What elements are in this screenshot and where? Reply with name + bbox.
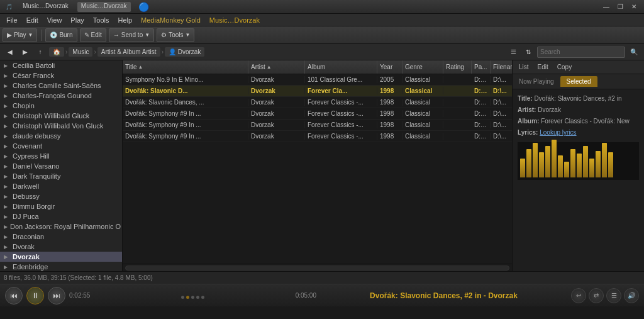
col-artist-header[interactable]: Artist ▲ — [248, 60, 305, 74]
repeat-btn[interactable]: ↩ — [571, 288, 586, 303]
menu-file[interactable]: File — [3, 16, 21, 25]
sidebar-item[interactable]: ▶Don Jackson: Royal Philharmonic O — [0, 221, 122, 232]
sidebar-item[interactable]: ▶Debussy — [0, 191, 122, 201]
col-title-header[interactable]: Title ▲ — [123, 60, 248, 74]
sendto-button[interactable]: → Send to ▼ — [109, 28, 154, 42]
play-dropdown-icon[interactable]: ▼ — [28, 32, 33, 38]
crumb-home[interactable]: 🏠 — [49, 47, 64, 57]
maximize-btn[interactable]: ❐ — [614, 2, 626, 12]
sendto-dropdown-icon: ▼ — [145, 32, 150, 38]
tools-button[interactable]: ⚙ Tools ▼ — [157, 28, 194, 42]
rp-copy-btn[interactable]: Copy — [553, 63, 575, 71]
sidebar-item[interactable]: ▶Cecilia Bartoli — [0, 60, 122, 70]
col-pa-header[interactable]: Pa... — [472, 60, 491, 74]
sidebar-item[interactable]: ▶Edenbridge — [0, 262, 122, 271]
sidebar-item[interactable]: ▶Cypress Hill — [0, 151, 122, 161]
track-cell: Classical — [402, 99, 443, 106]
sidebar-item[interactable]: ▶Chopin — [0, 101, 122, 111]
sidebar-item[interactable]: ▶Dark Tranquility — [0, 171, 122, 181]
prev-button[interactable]: ⏮ — [5, 287, 23, 305]
col-genre-header[interactable]: Genre — [402, 60, 443, 74]
tab-music[interactable]: Music…Dvorzak — [19, 2, 72, 12]
col-filename-header[interactable]: Filename — [491, 60, 512, 74]
playlist-btn[interactable]: ☰ — [606, 288, 621, 303]
up-btn[interactable]: ↑ — [34, 47, 47, 58]
new-tab-btn[interactable]: 🔵 — [138, 2, 149, 12]
viz-bar — [596, 151, 601, 177]
track-cell: D:\... — [491, 133, 512, 140]
view-btn[interactable]: ☰ — [507, 47, 519, 58]
expand-icon: ▶ — [4, 63, 10, 69]
sidebar-item[interactable]: ▶César Franck — [0, 70, 122, 81]
track-cell: Forever Classics -... — [305, 99, 377, 106]
expand-icon: ▶ — [4, 83, 10, 89]
sidebar-item[interactable]: ▶Dvorak — [0, 242, 122, 252]
sidebar-item[interactable]: ▶Christoph Willibald Gluck — [0, 111, 122, 121]
sidebar-item[interactable]: ▶Dimmu Borgir — [0, 201, 122, 211]
sort-btn[interactable]: ⇅ — [522, 47, 535, 58]
sidebar-item[interactable]: ▶Dvorzak — [0, 252, 122, 262]
content-area: Title ▲ Artist ▲ Album Year Genre Rating… — [123, 60, 512, 271]
col-year-header[interactable]: Year — [377, 60, 402, 74]
edit-button[interactable]: ✎ Edit — [80, 28, 106, 42]
menu-tools[interactable]: Tools — [89, 16, 113, 25]
table-row[interactable]: Dvořák: Symphony #9 In ...DvorzakForever… — [123, 131, 512, 142]
table-row[interactable]: Dvořák: Slavonic D...DvorzakForever Cla.… — [123, 86, 512, 97]
menu-gold[interactable]: MediaMonkey Gold — [137, 16, 204, 25]
sidebar-item[interactable]: ▶claude debussy — [0, 131, 122, 141]
expand-icon: ▶ — [4, 154, 10, 159]
viz-bar — [577, 154, 582, 177]
sidebar-item[interactable]: ▶Darkwell — [0, 181, 122, 191]
tools-icon: ⚙ — [161, 31, 167, 38]
menu-current[interactable]: Music…Dvorzak — [206, 16, 264, 25]
sidebar-item[interactable]: ▶Charles Camille Saint-Saëns — [0, 81, 122, 91]
forward-btn[interactable]: ▶ — [19, 47, 31, 58]
crumb-dvorzak[interactable]: 👤 Dvorzak — [165, 47, 204, 57]
volume-btn[interactable]: 🔊 — [624, 288, 639, 303]
titlebar: 🎵 Music…Dvorzak Music…Dvorzak 🔵 — ❐ ✕ — [0, 0, 644, 14]
titlebar-icons: 🎵 — [4, 2, 14, 12]
tab-now-playing[interactable]: Now Playing — [513, 76, 560, 87]
next-button[interactable]: ⏭ — [48, 287, 65, 305]
play-pause-button[interactable]: ⏸ — [26, 287, 44, 305]
tab-selected[interactable]: Selected — [560, 76, 597, 87]
viz-bar — [558, 155, 563, 177]
back-btn[interactable]: ◀ — [4, 47, 16, 58]
sidebar-item-label: Dark Tranquility — [13, 172, 60, 180]
sidebar-item[interactable]: ▶Daniel Varsano — [0, 161, 122, 171]
hscroll-bar[interactable] — [125, 266, 509, 271]
search-icon[interactable]: 🔍 — [628, 47, 640, 58]
sidebar-item[interactable]: ▶Covenant — [0, 141, 122, 151]
shuffle-btn[interactable]: ⇄ — [589, 288, 604, 303]
table-row[interactable]: Symphony No.9 In E Mino...Dvorzak101 Cla… — [123, 74, 512, 86]
menu-play[interactable]: Play — [67, 16, 87, 25]
burn-button[interactable]: 💿 Burn — [45, 28, 77, 42]
crumb-artist[interactable]: Artist & Album Artist — [97, 47, 160, 57]
col-album-header[interactable]: Album — [305, 60, 377, 74]
rp-edit-btn[interactable]: Edit — [534, 63, 552, 71]
tab-music-active[interactable]: Music…Dvorzak — [77, 2, 131, 12]
play-button[interactable]: ▶ ▶ Play Play ▼ — [3, 28, 37, 42]
sidebar-item-label: Dimmu Borgir — [13, 203, 55, 210]
sidebar-item[interactable]: ▶Charles-François Gounod — [0, 91, 122, 101]
edit-icon: ✎ — [84, 31, 89, 38]
menu-edit[interactable]: Edit — [23, 16, 42, 25]
rp-toolbar: List Edit Copy — [513, 60, 644, 74]
table-row[interactable]: Dvořák: Symphony #9 In ...DvorzakForever… — [123, 108, 512, 120]
rp-list-btn[interactable]: List — [515, 63, 533, 71]
sidebar-item[interactable]: ▶DJ Puca — [0, 211, 122, 221]
menu-view[interactable]: View — [43, 16, 66, 25]
sidebar-item[interactable]: ▶Draconian — [0, 232, 122, 242]
sidebar-item[interactable]: ▶Christoph Willibald Von Gluck — [0, 121, 122, 131]
track-cell: Dvořák: Symphony #9 In ... — [123, 121, 248, 128]
lookup-lyrics-link[interactable]: Lookup lyrics — [540, 129, 576, 136]
minimize-btn[interactable]: — — [600, 2, 613, 12]
table-row[interactable]: Dvořák: Symphony #9 In ...DvorzakForever… — [123, 120, 512, 131]
table-row[interactable]: Dvořák: Slavonic Dances, ...DvorzakForev… — [123, 97, 512, 108]
close-btn[interactable]: ✕ — [628, 2, 640, 12]
col-rating-header[interactable]: Rating — [443, 60, 472, 74]
expand-icon: ▶ — [4, 244, 10, 250]
search-input[interactable] — [537, 47, 625, 58]
crumb-music[interactable]: Music — [69, 47, 92, 57]
menu-help[interactable]: Help — [114, 16, 136, 25]
